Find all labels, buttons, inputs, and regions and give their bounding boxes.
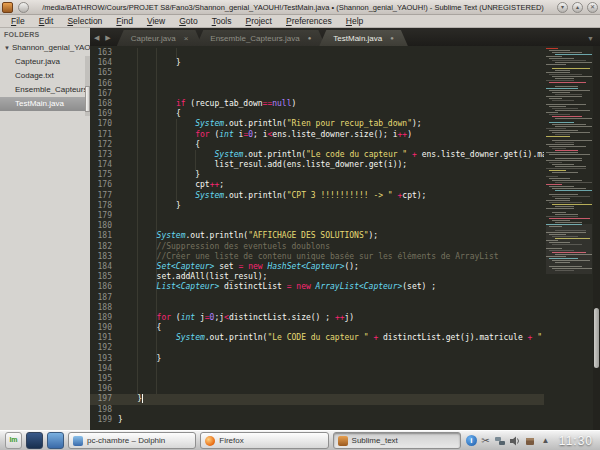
menu-file[interactable]: File [4, 16, 32, 26]
code-token: .out.println( [224, 119, 287, 128]
code-line-172[interactable]: 172{ [90, 140, 544, 150]
code-token: { [195, 140, 200, 149]
code-line-198[interactable]: 198 [90, 405, 544, 415]
code-line-163[interactable]: 163 [90, 48, 544, 58]
package-icon[interactable] [524, 434, 537, 447]
minimap-line [555, 198, 570, 199]
taskbar-button-dolphin[interactable]: pc-chambre – Dolphin [68, 432, 196, 449]
sidebar-item-codage-txt[interactable]: Codage.txt [0, 69, 90, 83]
code-line-170[interactable]: 170System.out.println("Rien pour recup_t… [90, 119, 544, 129]
code-line-195[interactable]: 195 [90, 374, 544, 384]
code-line-183[interactable]: 183//Créer une liste de contenu unique b… [90, 252, 544, 262]
code-line-178[interactable]: 178} [90, 201, 544, 211]
code-line-192[interactable]: 192 [90, 343, 544, 353]
code-area[interactable]: 163164}165166167168if (recup_tab_down==n… [90, 48, 544, 425]
code-line-184[interactable]: 184Set<Capteur> set = new HashSet<Capteu… [90, 262, 544, 272]
code-line-185[interactable]: 185set.addAll(list_resul); [90, 272, 544, 282]
menu-tools[interactable]: Tools [205, 16, 239, 26]
app-menu-launcher-icon[interactable]: lm [5, 432, 22, 449]
code-line-173[interactable]: 173System.out.println("Le code du capteu… [90, 150, 544, 160]
code-line-165[interactable]: 165 [90, 68, 544, 78]
code-token: } [176, 201, 181, 210]
line-number: 172 [90, 140, 118, 150]
tray-expand-icon[interactable]: ▲ [539, 434, 552, 447]
sidebar-item-testmain-java[interactable]: TestMain.java [0, 97, 90, 111]
code-line-164[interactable]: 164} [90, 58, 544, 68]
folder-expand-icon[interactable]: ▼ [4, 45, 10, 51]
minimap-line [555, 166, 586, 167]
editor-scrollbar[interactable] [593, 46, 600, 430]
window-menu-button[interactable] [18, 2, 29, 13]
menu-view[interactable]: View [140, 16, 172, 26]
sublime-app-icon [2, 2, 13, 13]
notifications-icon[interactable]: i [466, 435, 477, 446]
minimap-line [549, 58, 574, 59]
code-line-167[interactable]: 167 [90, 89, 544, 99]
minimap-line [549, 202, 582, 203]
code-line-177[interactable]: 177System.out.println("CPT 3 !!!!!!!!!! … [90, 191, 544, 201]
menu-find[interactable]: Find [109, 16, 140, 26]
code-line-194[interactable]: 194 [90, 364, 544, 374]
code-line-186[interactable]: 186List<Capteur> distinctList = new Arra… [90, 282, 544, 292]
editor-scrollbar-thumb[interactable] [594, 308, 599, 368]
tab-scroll-arrows[interactable]: ◀ ▶ [90, 34, 117, 46]
code-line-196[interactable]: 196 [90, 384, 544, 394]
menu-selection[interactable]: Selection [60, 16, 109, 26]
code-line-193[interactable]: 193} [90, 354, 544, 364]
show-desktop-icon[interactable] [26, 432, 43, 449]
sidebar-item-capteur-java[interactable]: Capteur.java [0, 55, 90, 69]
tab-capteur-java[interactable]: Capteur.java× [117, 30, 203, 46]
tab-testmain-java[interactable]: TestMain.java● [319, 30, 408, 46]
menu-project[interactable]: Project [239, 16, 279, 26]
code-line-190[interactable]: 190{ [90, 323, 544, 333]
code-line-181[interactable]: 181System.out.println("AFFICHAGE DES SOL… [90, 231, 544, 241]
code-line-175[interactable]: 175} [90, 170, 544, 180]
taskbar-button-firefox[interactable]: Firefox [200, 432, 328, 449]
tab-overflow-icon[interactable]: ▼ [587, 35, 600, 46]
line-number: 169 [90, 109, 118, 119]
code-line-188[interactable]: 188 [90, 303, 544, 313]
code-line-171[interactable]: 171for (int i=0; i<ens.liste_downer.size… [90, 130, 544, 140]
menu-help[interactable]: Help [339, 16, 370, 26]
code-line-197[interactable]: 197} [90, 394, 544, 404]
minimap-line [552, 220, 570, 221]
tab-ensemble-capteurs-java[interactable]: Ensemble_Capteurs.java● [196, 30, 325, 46]
taskbar-button-sublime[interactable]: Sublime_text [333, 432, 461, 449]
code-line-189[interactable]: 189for (int j=0;j<distinctList.size() ; … [90, 313, 544, 323]
sidebar-root-folder[interactable]: ▼Shannon_genial_YAOUH! [0, 41, 90, 55]
menu-preferences[interactable]: Preferences [279, 16, 339, 26]
tab-label: TestMain.java [333, 34, 382, 43]
code-line-166[interactable]: 166 [90, 79, 544, 89]
network-icon[interactable] [494, 434, 507, 447]
code-line-182[interactable]: 182//Suppression des eventuels doublons [90, 242, 544, 252]
minimap-line [546, 160, 582, 161]
minimize-button[interactable]: ▾ [557, 2, 568, 13]
code-line-187[interactable]: 187 [90, 293, 544, 303]
code-line-180[interactable]: 180 [90, 221, 544, 231]
code-token: "Le code du capteur " [306, 150, 407, 159]
code-line-168[interactable]: 168if (recup_tab_down==null) [90, 99, 544, 109]
code-line-169[interactable]: 169{ [90, 109, 544, 119]
code-token: .out.println( [186, 231, 249, 240]
minimap-line [555, 62, 592, 63]
menu-goto[interactable]: Goto [172, 16, 204, 26]
clipboard-scissors-icon[interactable]: ✂ [479, 434, 492, 447]
sidebar-item-ensemble-capteurs-java[interactable]: Ensemble_Capteurs.java [0, 83, 90, 97]
minimap-viewport[interactable] [546, 224, 592, 274]
close-button[interactable]: ✕ [587, 2, 598, 13]
menu-edit[interactable]: Edit [32, 16, 61, 26]
code-line-176[interactable]: 176cpt++; [90, 180, 544, 190]
code-editor[interactable]: 163164}165166167168if (recup_tab_down==n… [90, 46, 600, 430]
code-line-191[interactable]: 191System.out.println("Le CODE du capteu… [90, 333, 544, 343]
line-number: 177 [90, 191, 118, 201]
volume-icon[interactable] [509, 434, 522, 447]
code-line-199[interactable]: 199} [90, 415, 544, 425]
line-number: 186 [90, 282, 118, 292]
code-token: if [176, 99, 186, 108]
tab-close-icon[interactable]: × [184, 34, 189, 43]
code-line-174[interactable]: 174list_resul.add(ens.liste_downer.get(i… [90, 160, 544, 170]
maximize-button[interactable]: ▴ [572, 2, 583, 13]
code-line-179[interactable]: 179 [90, 211, 544, 221]
file-manager-icon[interactable] [47, 432, 64, 449]
minimap-line [549, 130, 578, 131]
